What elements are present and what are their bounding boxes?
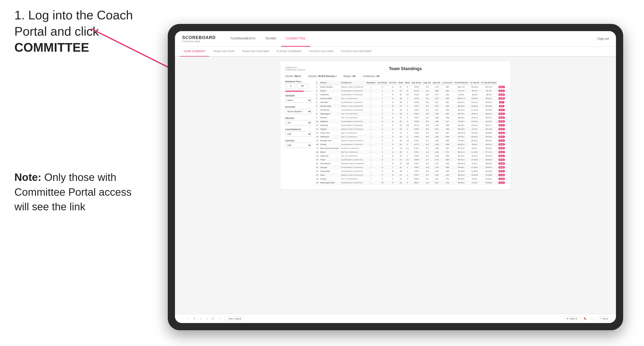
tablet-screen: SCOREBOARD Powered by clippd TOURNAMENTS…: [175, 31, 616, 323]
grid-icon[interactable]: ☷: [211, 317, 215, 321]
cell-data: 33-25-2: [469, 104, 480, 108]
share-label: Share: [602, 318, 608, 320]
eye-icon: 👁: [566, 318, 568, 320]
sign-out-link[interactable]: | Sign out: [597, 37, 609, 40]
score-badge: 48.38: [498, 178, 505, 180]
division-select[interactable]: NCAA Division I: [285, 109, 312, 114]
cell-data: 20-39-1: [480, 166, 498, 170]
cell-school: Vanderbilt: [319, 93, 340, 97]
cell-data: -4.6: [422, 116, 432, 120]
forward-icon[interactable]: →: [186, 317, 190, 321]
cell-data: 8: [388, 97, 398, 101]
subnav-player-h2h-grid[interactable]: PLAYER H2H GRID: [306, 46, 338, 56]
nav-tournaments[interactable]: TOURNAMENTS: [225, 31, 260, 47]
cell-data: 68.71: [498, 108, 506, 112]
cell-data: 42.98: [498, 173, 506, 177]
cell-data: 80-25-2: [453, 143, 469, 147]
nav-teams[interactable]: TEAMS: [260, 31, 281, 47]
cell-data: 8: [388, 181, 398, 185]
filter-min-rounds: Minimum Rou...: [285, 80, 312, 92]
cell-data: 86.08: [498, 97, 506, 101]
cell-data: 273.5: [411, 85, 422, 89]
cell-data: 13-29-1: [480, 120, 498, 124]
cell-school: Mississippi State: [319, 181, 340, 185]
bookmark-icon[interactable]: 🔖: [583, 317, 587, 321]
cell-rank: 20: [315, 158, 319, 162]
conference-label: Conference: [285, 128, 312, 131]
cell-data: -3.8: [422, 166, 432, 170]
cell-data: 10: [376, 181, 388, 185]
share-btn[interactable]: ⇧ Share: [596, 316, 611, 321]
watch-btn[interactable]: 👁 Watch ▾: [563, 316, 580, 321]
col-wins: Wins: [404, 80, 411, 85]
score-badge: 42.98: [498, 174, 505, 176]
conference-filter-label: Conference: All: [362, 75, 380, 78]
table-row: 23Texas A&MSoutheastern Conference—91030…: [315, 170, 506, 173]
cell-data: 27: [398, 104, 404, 108]
cell-data: 83-15-0: [453, 127, 469, 131]
subnav-team-h2h-grid[interactable]: TEAM H2H GRID: [209, 46, 238, 56]
cell-data: 109-24-2: [453, 162, 469, 166]
cell-data: 2.11: [432, 108, 442, 112]
subnav-team-h2h-heatmap[interactable]: TEAM H2H HEATMAP: [238, 46, 273, 56]
cell-conference: Southeastern Conference: [340, 93, 366, 97]
cell-data: 5: [376, 177, 388, 181]
cell-data: 269: [442, 158, 453, 162]
cell-data: 267: [442, 147, 453, 150]
cell-rank: 3: [315, 93, 319, 97]
cell-data: 264: [442, 104, 453, 108]
cell-data: —: [366, 112, 376, 116]
cell-data: 68.57: [498, 127, 506, 131]
score-badge: 80.9: [499, 105, 504, 107]
cell-data: 6: [376, 124, 388, 127]
cell-data: 9: [388, 85, 398, 89]
clock-icon[interactable]: ○: [217, 317, 222, 321]
plus-icon[interactable]: □: [205, 317, 209, 321]
cell-conference: Atlantic Coast Conference: [340, 173, 366, 177]
col-low-score: Low Score: [442, 80, 453, 85]
region-select[interactable]: N/A: [285, 120, 312, 125]
cell-data: 27: [398, 89, 404, 93]
table-row: 20TexasSoutheastern Conference—89270.727…: [315, 158, 506, 162]
cell-conference: Southeastern Conference: [340, 108, 366, 112]
update-time-label: Update time:: [285, 66, 305, 69]
cell-data: 27: [398, 85, 404, 89]
cell-data: —: [366, 127, 376, 131]
cell-data: 2: [404, 154, 411, 158]
cell-data: -3.5: [422, 131, 432, 135]
gender-select[interactable]: Men's: [285, 98, 312, 103]
score-badge: 87.21: [498, 90, 505, 92]
conference-select[interactable]: (All): [285, 131, 312, 137]
subnav-team-summary[interactable]: TEAM SUMMARY: [180, 46, 209, 56]
cell-conference: Mountain West Conference: [340, 162, 366, 166]
score-badge: 58.94: [498, 132, 505, 134]
refresh-icon[interactable]: ↻: [192, 317, 196, 321]
cell-data: 23-23-1: [469, 139, 480, 143]
app-header: SCOREBOARD Powered by clippd TOURNAMENTS…: [175, 31, 616, 47]
cell-data: 266: [442, 166, 453, 170]
fullscreen-icon[interactable]: ⛶: [590, 317, 594, 321]
cell-data: 278.1: [411, 147, 422, 150]
cell-rank: 1: [315, 85, 319, 89]
subnav-player-h2h-heatmap[interactable]: PLAYER H2H HEATMAP: [338, 46, 375, 56]
min-rounds-min-input[interactable]: [285, 84, 296, 88]
school-select[interactable]: (All): [285, 143, 312, 148]
cell-data: 1.85: [432, 131, 442, 135]
cell-data: 96-29-2: [453, 104, 469, 108]
cell-data: 9-19-1: [469, 177, 480, 181]
rounds-slider[interactable]: [285, 91, 312, 92]
gender-filter-label: Gender: Men's: [285, 75, 301, 78]
cell-conference: Pac-12 Conference: [340, 177, 366, 181]
cell-school: Arizona State: [319, 97, 340, 101]
home-icon[interactable]: ⌂: [198, 317, 203, 321]
back-icon[interactable]: ←: [180, 317, 184, 321]
nav-committee[interactable]: COMMITTEE: [281, 31, 310, 47]
cell-data: 21: [398, 166, 404, 170]
view-original-btn[interactable]: View: Original: [225, 316, 244, 321]
cell-data: -6.0: [422, 127, 432, 131]
table-row: 17East Tennessee StateSouthern Conferenc…: [315, 147, 506, 150]
subnav-player-summary[interactable]: PLAYER SUMMARY: [273, 46, 306, 56]
top-filter-row: Gender: Men's Division: NCAA Division I …: [285, 75, 506, 78]
cell-rank: 21: [315, 162, 319, 166]
min-rounds-max-input[interactable]: [297, 84, 308, 88]
